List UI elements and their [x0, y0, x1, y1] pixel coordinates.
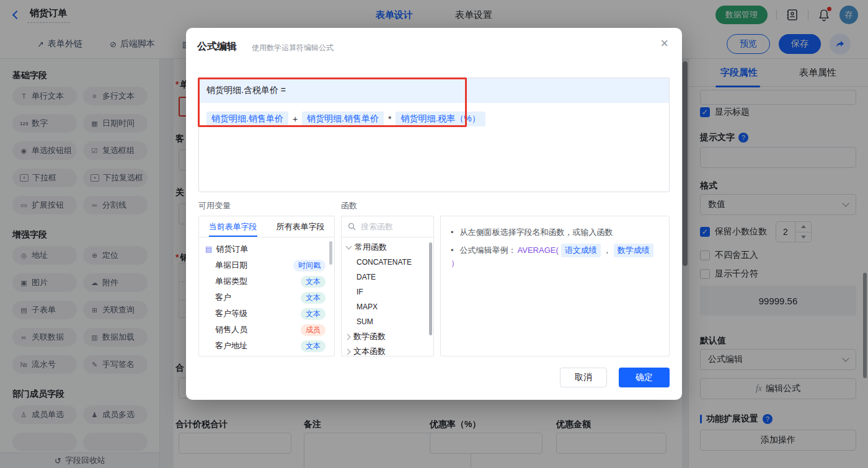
formula-field-chip[interactable]: 销货明细.税率（%）: [396, 112, 485, 126]
sidebar-item-dropdown[interactable]: ▾下拉框: [12, 169, 77, 187]
sidebar-item-address[interactable]: ◎地址: [12, 246, 77, 265]
no-rounding-checkbox-row[interactable]: 不四舍五入: [700, 250, 758, 261]
confirm-button[interactable]: 确定: [619, 368, 670, 387]
sidebar-item-member-single[interactable]: ♙成员单选: [12, 405, 77, 424]
edit-formula-button[interactable]: fx 编辑公式: [700, 378, 856, 399]
link-icon: ↗: [37, 40, 44, 49]
sidebar-item-image[interactable]: ▣图片: [12, 273, 77, 292]
functions-scrollbar[interactable]: [429, 242, 432, 335]
decimal-stepper[interactable]: 2: [776, 221, 812, 242]
share-button[interactable]: [830, 33, 851, 55]
sidebar-item-single-line-text[interactable]: T单行文本: [12, 87, 77, 105]
help-question-icon[interactable]: ?: [738, 133, 748, 143]
toolbar-link-form-external[interactable]: ↗表单外链: [37, 38, 82, 50]
formula-expression[interactable]: 销货明细.销售单价 + 销货明细.销售单价 * 销货明细.税率（%）: [199, 103, 669, 135]
variable-row[interactable]: 单据类型文本: [199, 273, 334, 289]
function-item[interactable]: SUM: [342, 314, 433, 329]
thousand-separator-checkbox-row[interactable]: 显示千分符: [700, 268, 758, 280]
function-item[interactable]: DATE: [342, 270, 433, 285]
sidebar-item-data-load[interactable]: ▥数据加载: [83, 328, 148, 347]
avatar[interactable]: 存: [839, 6, 858, 24]
add-action-button[interactable]: 添加操作: [700, 430, 856, 451]
sidebar-item-datetime[interactable]: ▦日期时间: [83, 114, 148, 133]
sidebar-item-radio-group[interactable]: ◉单选按钮组: [12, 141, 77, 160]
formula-field-chip[interactable]: 销货明细.销售单价: [302, 112, 384, 126]
help-question-icon[interactable]: ?: [763, 414, 773, 424]
format-select[interactable]: 数值: [700, 194, 856, 215]
tab-form-properties[interactable]: 表单属性: [799, 67, 836, 79]
help-tip-1: • 从左侧面板选择字段名和函数，或输入函数: [450, 226, 660, 239]
function-item[interactable]: CONCATENATE: [342, 255, 433, 270]
variable-row[interactable]: 单据日期时间戳: [199, 257, 334, 273]
cancel-button[interactable]: 取消: [560, 368, 607, 387]
variable-row[interactable]: 客户地址文本: [199, 338, 334, 354]
hint-text-input[interactable]: [700, 147, 856, 168]
sidebar-item-signature[interactable]: ✎手写签名: [83, 355, 148, 374]
title-input-partial[interactable]: [700, 90, 856, 105]
default-value-select[interactable]: 公式编辑: [700, 349, 856, 370]
decimal-value[interactable]: 2: [776, 222, 795, 242]
checkbox-unchecked-icon[interactable]: [700, 269, 710, 279]
variables-scrollbar[interactable]: [329, 241, 332, 265]
variable-row[interactable]: 客户等级文本: [199, 306, 334, 322]
tab-current-form-fields[interactable]: 当前表单字段: [199, 216, 267, 237]
address-book-icon[interactable]: [786, 8, 799, 22]
sidebar-item-checkbox-group[interactable]: ☑复选框组: [83, 141, 148, 160]
function-item[interactable]: MAPX: [342, 299, 433, 314]
decimal-checkbox-row[interactable]: ✓ 保留小数位数: [700, 226, 767, 237]
properties-scrollbar[interactable]: [863, 273, 867, 378]
function-group-math[interactable]: 数学函数: [342, 329, 433, 344]
checkbox-unchecked-icon[interactable]: [700, 250, 710, 260]
function-search-input[interactable]: [360, 221, 422, 232]
tab-field-properties[interactable]: 字段属性: [720, 67, 758, 79]
sidebar-item-dropdown-multi[interactable]: ▾下拉复选框: [83, 169, 148, 187]
field-input-discount-amount[interactable]: [556, 433, 666, 454]
checkbox-checked-icon[interactable]: ✓: [700, 107, 710, 117]
sidebar-item-serial-number[interactable]: №流水号: [12, 355, 77, 374]
sidebar-item-partial[interactable]: [12, 433, 77, 451]
sidebar-item-divider[interactable]: ═分割线: [83, 196, 148, 214]
function-group-common[interactable]: 常用函数: [342, 240, 433, 255]
variable-row[interactable]: 客户文本: [199, 289, 334, 306]
sidebar-item-number[interactable]: 123数字: [12, 114, 77, 133]
variable-row[interactable]: 销售人员成员: [199, 322, 334, 338]
multi-line-text-icon: ≡: [91, 92, 99, 100]
field-input-discount-rate[interactable]: [430, 433, 542, 454]
sidebar-item-member-multi[interactable]: ♟成员多选: [83, 405, 148, 424]
sidebar-item-partial[interactable]: [83, 433, 148, 451]
stepper-down-button[interactable]: [795, 232, 811, 242]
data-manage-button[interactable]: 数据管理: [715, 6, 768, 24]
checkbox-checked-icon[interactable]: ✓: [700, 227, 710, 237]
close-icon[interactable]: ×: [660, 37, 668, 50]
sidebar-item-multi-line-text[interactable]: ≡多行文本: [83, 87, 148, 105]
tab-all-form-fields[interactable]: 所有表单字段: [267, 216, 334, 237]
field-input-total[interactable]: [179, 433, 291, 454]
back-icon[interactable]: [12, 11, 21, 19]
tab-form-settings[interactable]: 表单设置: [455, 9, 492, 21]
function-item[interactable]: IF: [342, 285, 433, 299]
formula-editor-box[interactable]: 销货明细.含税单价 = 销货明细.销售单价 + 销货明细.销售单价 * 销货明细…: [198, 77, 670, 192]
show-title-checkbox-row[interactable]: ✓ 显示标题: [700, 107, 750, 118]
tab-form-design[interactable]: 表单设计: [376, 9, 413, 21]
sidebar-item-linked-data[interactable]: ∞关联数据: [12, 328, 77, 347]
code-icon: ⊘: [110, 40, 117, 49]
modal-title: 公式编辑: [197, 40, 237, 53]
sidebar-item-subform[interactable]: ▤子表单: [12, 301, 77, 319]
field-recycle-bin[interactable]: ↺ 字段回收站: [0, 453, 160, 468]
sidebar-item-attachment[interactable]: ☁附件: [83, 273, 148, 292]
notification-bell-icon[interactable]: [817, 8, 831, 22]
function-search[interactable]: [342, 216, 433, 237]
save-button[interactable]: 保存: [779, 34, 821, 54]
canvas-scrollbar[interactable]: [683, 61, 688, 266]
formula-field-chip[interactable]: 销货明细.销售单价: [206, 112, 288, 126]
toolbar-link-backend-script[interactable]: ⊘后端脚本: [110, 38, 155, 50]
function-group-text[interactable]: 文本函数: [342, 344, 433, 356]
number-icon: 123: [20, 121, 28, 126]
sidebar-item-extend-button[interactable]: ▭扩展按钮: [12, 196, 77, 214]
field-label-discount-rate: 优惠率（%）: [430, 419, 480, 430]
sidebar-item-location[interactable]: ⊕定位: [83, 246, 148, 265]
sidebar-item-linked-query[interactable]: ⊞关联查询: [83, 301, 148, 319]
preview-button[interactable]: 预览: [727, 34, 770, 54]
stepper-up-button[interactable]: [795, 222, 811, 232]
tree-root-form[interactable]: ▤ 销货订单: [199, 241, 334, 257]
